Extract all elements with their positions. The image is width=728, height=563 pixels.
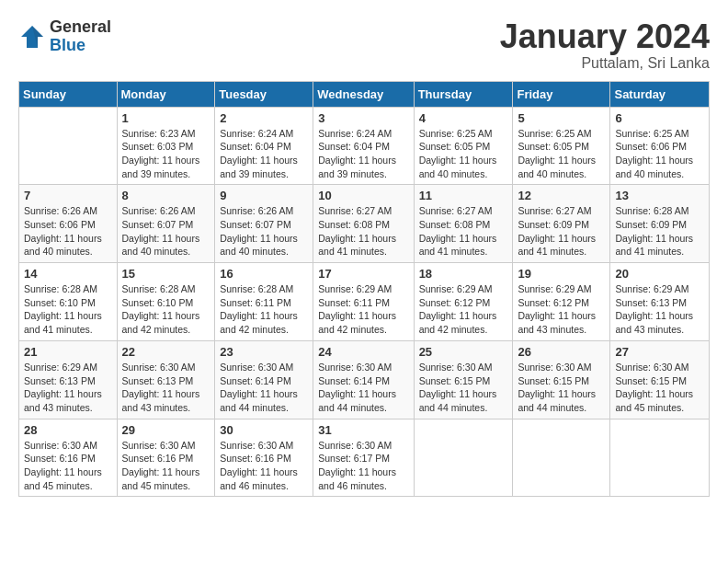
day-info: Sunrise: 6:27 AMSunset: 6:08 PMDaylight:… <box>318 205 396 257</box>
table-row: 20 Sunrise: 6:29 AMSunset: 6:13 PMDaylig… <box>610 263 710 341</box>
day-number: 22 <box>122 345 210 359</box>
day-number: 19 <box>518 267 605 281</box>
col-monday: Monday <box>117 81 215 107</box>
table-row: 18 Sunrise: 6:29 AMSunset: 6:12 PMDaylig… <box>414 263 513 341</box>
calendar-week-row: 7 Sunrise: 6:26 AMSunset: 6:06 PMDayligh… <box>19 185 710 263</box>
table-row: 2 Sunrise: 6:24 AMSunset: 6:04 PMDayligh… <box>215 107 313 185</box>
table-row <box>610 419 710 497</box>
day-info: Sunrise: 6:25 AMSunset: 6:05 PMDaylight:… <box>419 128 497 179</box>
day-info: Sunrise: 6:30 AMSunset: 6:16 PMDaylight:… <box>122 440 200 491</box>
day-number: 24 <box>318 345 408 359</box>
logo: General Blue <box>18 18 111 55</box>
col-saturday: Saturday <box>610 81 710 107</box>
table-row: 3 Sunrise: 6:24 AMSunset: 6:04 PMDayligh… <box>313 107 414 185</box>
day-info: Sunrise: 6:30 AMSunset: 6:16 PMDaylight:… <box>220 440 298 491</box>
calendar-week-row: 14 Sunrise: 6:28 AMSunset: 6:10 PMDaylig… <box>19 263 710 341</box>
calendar-week-row: 28 Sunrise: 6:30 AMSunset: 6:16 PMDaylig… <box>19 419 710 497</box>
day-number: 27 <box>615 345 704 359</box>
table-row: 13 Sunrise: 6:28 AMSunset: 6:09 PMDaylig… <box>610 185 710 263</box>
day-number: 20 <box>615 267 704 281</box>
day-info: Sunrise: 6:26 AMSunset: 6:06 PMDaylight:… <box>24 205 102 257</box>
table-row: 8 Sunrise: 6:26 AMSunset: 6:07 PMDayligh… <box>117 185 215 263</box>
table-row: 24 Sunrise: 6:30 AMSunset: 6:14 PMDaylig… <box>313 340 414 419</box>
table-row: 15 Sunrise: 6:28 AMSunset: 6:10 PMDaylig… <box>117 263 215 341</box>
day-number: 21 <box>24 345 112 359</box>
day-number: 9 <box>220 189 308 202</box>
table-row: 6 Sunrise: 6:25 AMSunset: 6:06 PMDayligh… <box>610 107 710 185</box>
day-number: 23 <box>220 345 308 359</box>
table-row: 27 Sunrise: 6:30 AMSunset: 6:15 PMDaylig… <box>610 340 710 419</box>
day-info: Sunrise: 6:26 AMSunset: 6:07 PMDaylight:… <box>122 205 200 257</box>
day-info: Sunrise: 6:29 AMSunset: 6:11 PMDaylight:… <box>318 283 396 335</box>
day-info: Sunrise: 6:29 AMSunset: 6:13 PMDaylight:… <box>615 283 693 335</box>
day-number: 7 <box>24 189 112 202</box>
day-info: Sunrise: 6:30 AMSunset: 6:17 PMDaylight:… <box>318 440 396 491</box>
day-info: Sunrise: 6:26 AMSunset: 6:07 PMDaylight:… <box>220 205 298 257</box>
table-row: 10 Sunrise: 6:27 AMSunset: 6:08 PMDaylig… <box>313 185 414 263</box>
day-info: Sunrise: 6:25 AMSunset: 6:06 PMDaylight:… <box>615 128 693 179</box>
day-info: Sunrise: 6:27 AMSunset: 6:09 PMDaylight:… <box>518 205 596 257</box>
table-row: 12 Sunrise: 6:27 AMSunset: 6:09 PMDaylig… <box>513 185 610 263</box>
day-number: 8 <box>122 189 210 202</box>
table-row: 17 Sunrise: 6:29 AMSunset: 6:11 PMDaylig… <box>313 263 414 341</box>
col-thursday: Thursday <box>414 81 513 107</box>
table-row: 1 Sunrise: 6:23 AMSunset: 6:03 PMDayligh… <box>117 107 215 185</box>
day-number: 1 <box>122 111 210 125</box>
table-row: 29 Sunrise: 6:30 AMSunset: 6:16 PMDaylig… <box>117 419 215 497</box>
day-number: 15 <box>122 267 210 281</box>
table-row: 28 Sunrise: 6:30 AMSunset: 6:16 PMDaylig… <box>19 419 118 497</box>
table-row: 26 Sunrise: 6:30 AMSunset: 6:15 PMDaylig… <box>513 340 610 419</box>
day-number: 10 <box>318 189 408 202</box>
day-number: 26 <box>518 345 605 359</box>
day-info: Sunrise: 6:30 AMSunset: 6:14 PMDaylight:… <box>220 362 298 413</box>
day-number: 29 <box>122 423 210 437</box>
day-number: 16 <box>220 267 308 281</box>
title-block: January 2024 Puttalam, Sri Lanka <box>500 18 710 72</box>
table-row: 21 Sunrise: 6:29 AMSunset: 6:13 PMDaylig… <box>19 340 118 419</box>
col-friday: Friday <box>513 81 610 107</box>
page-header: General Blue January 2024 Puttalam, Sri … <box>18 18 710 72</box>
day-info: Sunrise: 6:30 AMSunset: 6:13 PMDaylight:… <box>122 362 200 413</box>
table-row: 14 Sunrise: 6:28 AMSunset: 6:10 PMDaylig… <box>19 263 118 341</box>
table-row: 16 Sunrise: 6:28 AMSunset: 6:11 PMDaylig… <box>215 263 313 341</box>
day-info: Sunrise: 6:29 AMSunset: 6:12 PMDaylight:… <box>419 283 497 335</box>
day-number: 18 <box>419 267 508 281</box>
logo-general: General <box>50 18 111 37</box>
day-info: Sunrise: 6:28 AMSunset: 6:10 PMDaylight:… <box>24 283 102 335</box>
day-number: 4 <box>419 111 508 125</box>
table-row: 23 Sunrise: 6:30 AMSunset: 6:14 PMDaylig… <box>215 340 313 419</box>
table-row: 9 Sunrise: 6:26 AMSunset: 6:07 PMDayligh… <box>215 185 313 263</box>
table-row: 25 Sunrise: 6:30 AMSunset: 6:15 PMDaylig… <box>414 340 513 419</box>
day-info: Sunrise: 6:27 AMSunset: 6:08 PMDaylight:… <box>419 205 497 257</box>
day-info: Sunrise: 6:29 AMSunset: 6:12 PMDaylight:… <box>518 283 596 335</box>
day-info: Sunrise: 6:28 AMSunset: 6:11 PMDaylight:… <box>220 283 298 335</box>
table-row: 4 Sunrise: 6:25 AMSunset: 6:05 PMDayligh… <box>414 107 513 185</box>
day-info: Sunrise: 6:30 AMSunset: 6:14 PMDaylight:… <box>318 362 396 413</box>
day-number: 25 <box>419 345 508 359</box>
day-number: 3 <box>318 111 408 125</box>
calendar-table: Sunday Monday Tuesday Wednesday Thursday… <box>18 81 710 498</box>
day-info: Sunrise: 6:29 AMSunset: 6:13 PMDaylight:… <box>24 362 102 413</box>
day-number: 13 <box>615 189 704 202</box>
logo-icon <box>18 23 46 51</box>
day-number: 11 <box>419 189 508 202</box>
day-number: 2 <box>220 111 308 125</box>
table-row <box>414 419 513 497</box>
col-tuesday: Tuesday <box>215 81 313 107</box>
day-number: 14 <box>24 267 112 281</box>
day-number: 28 <box>24 423 112 437</box>
day-number: 31 <box>318 423 408 437</box>
table-row: 5 Sunrise: 6:25 AMSunset: 6:05 PMDayligh… <box>513 107 610 185</box>
logo-text: General Blue <box>50 18 111 55</box>
table-row: 30 Sunrise: 6:30 AMSunset: 6:16 PMDaylig… <box>215 419 313 497</box>
logo-blue: Blue <box>50 37 111 55</box>
day-number: 17 <box>318 267 408 281</box>
day-info: Sunrise: 6:30 AMSunset: 6:15 PMDaylight:… <box>419 362 497 413</box>
title-location: Puttalam, Sri Lanka <box>500 55 710 72</box>
day-info: Sunrise: 6:25 AMSunset: 6:05 PMDaylight:… <box>518 128 596 179</box>
day-number: 6 <box>615 111 704 125</box>
col-sunday: Sunday <box>19 81 118 107</box>
day-info: Sunrise: 6:28 AMSunset: 6:09 PMDaylight:… <box>615 205 693 257</box>
day-info: Sunrise: 6:23 AMSunset: 6:03 PMDaylight:… <box>122 128 200 179</box>
day-number: 5 <box>518 111 605 125</box>
